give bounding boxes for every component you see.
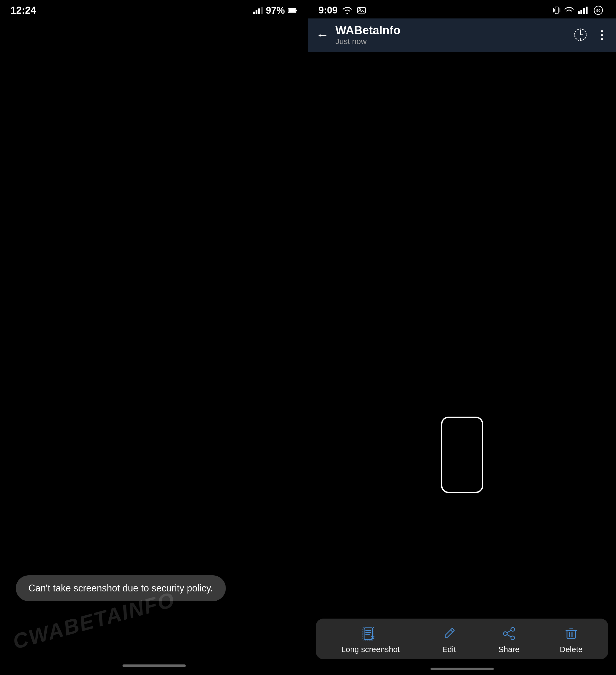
left-time: 12:24 [10,5,36,16]
battery-circle-icon: 90 [591,6,606,15]
phone-outline-icon [441,417,483,493]
right-status-left: 9:09 [319,5,366,16]
left-status-bar: 12:24 97% [0,0,308,19]
delete-button[interactable]: Delete [560,626,583,654]
share-icon [500,626,518,641]
wifi-filled-icon [564,6,574,14]
svg-rect-1 [296,10,297,11]
long-screenshot-icon [361,626,379,641]
image-icon [357,6,366,14]
contact-status: Just now [335,37,401,46]
left-status-icons: 97% [253,5,297,16]
share-label: Share [499,645,520,654]
toast-message: Can't take screenshot due to security po… [16,575,226,601]
screenshot-toolbar: Long screenshot Edit [316,618,608,659]
svg-rect-12 [364,628,372,640]
right-time: 9:09 [319,5,338,16]
back-button[interactable]: ← [316,27,329,43]
edit-label: Edit [442,645,456,654]
svg-point-14 [511,627,515,631]
right-signal-icon [578,7,588,14]
svg-rect-5 [555,7,558,14]
delete-icon [562,626,580,641]
timer-icon[interactable]: 1 [573,28,588,42]
more-options-button[interactable]: ⋮ [596,28,608,42]
vibrate-icon [553,6,560,15]
home-indicator [122,664,186,667]
signal-icon [253,7,263,14]
wa-header-left: ← WABetaInfo Just now [316,24,401,46]
wa-header: ← WABetaInfo Just now 1 ⋮ [308,18,616,52]
long-screenshot-label: Long screenshot [342,645,400,654]
svg-text:1: 1 [580,37,581,40]
delete-label: Delete [560,645,583,654]
screenshot-preview [441,417,483,493]
right-status-right: 90 [553,6,606,15]
wa-header-right: 1 ⋮ [573,28,608,42]
right-home-indicator [431,668,494,670]
svg-rect-2 [289,9,295,12]
svg-line-17 [507,630,511,632]
wifi-icon [342,6,352,14]
contact-name: WABetaInfo [335,24,401,37]
left-screen: 12:24 97% Can't take screenshot due to s… [0,0,308,675]
share-button[interactable]: Share [499,626,520,654]
svg-rect-3 [358,7,365,13]
right-screen: 9:09 [308,0,616,675]
long-screenshot-button[interactable]: Long screenshot [342,626,400,654]
svg-line-18 [507,635,511,637]
svg-point-16 [511,636,515,640]
right-status-bar: 9:09 [308,0,616,18]
battery-icon [288,8,297,13]
edit-icon [440,626,458,641]
edit-button[interactable]: Edit [440,626,458,654]
svg-point-15 [504,632,507,635]
contact-info: WABetaInfo Just now [335,24,401,46]
battery-text: 97% [266,5,285,16]
svg-text:90: 90 [596,8,601,13]
